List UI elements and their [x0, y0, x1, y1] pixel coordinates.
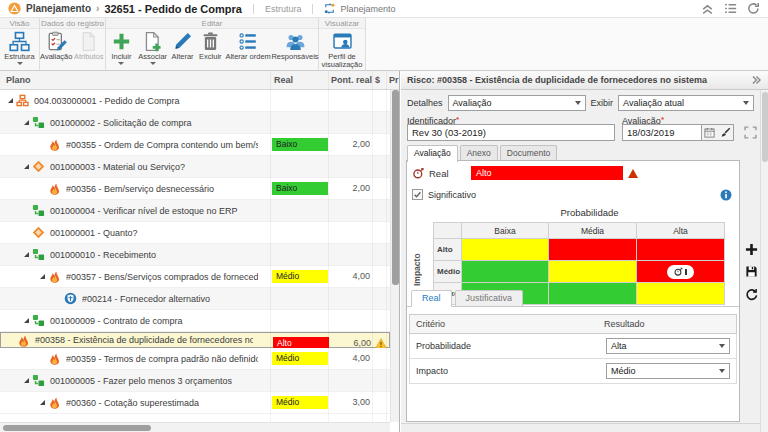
activity-icon — [32, 314, 45, 327]
responsaveis-button[interactable]: Responsáveis — [272, 29, 318, 70]
button-label: Responsáveis — [271, 53, 318, 61]
tree-header: Plano Real Pont. real $ Pr — [0, 71, 399, 90]
alterar-button[interactable]: Alterar — [169, 29, 197, 70]
tab-real[interactable]: Real — [411, 290, 452, 307]
pont-real-value: 4,00 — [326, 353, 370, 363]
matrix-cell[interactable] — [462, 261, 548, 282]
criterio-probabilidade: Probabilidade — [410, 341, 606, 351]
tree-row[interactable]: #00355 - Ordem de Compra contendo um bem… — [0, 134, 390, 156]
tree-row[interactable]: 001000003 - Material ou Serviço? — [0, 156, 390, 178]
identificador-input[interactable] — [407, 124, 615, 141]
refresh-icon[interactable] — [747, 2, 760, 15]
tree-vertical-scrollbar[interactable] — [390, 90, 399, 422]
column-dollar: $ — [375, 75, 380, 85]
resultado-header: Resultado — [604, 319, 736, 329]
risk-detail-panel: Risco: #00358 - Existência de duplicidad… — [401, 71, 768, 432]
tree-row[interactable]: #00360 - Cotação superestimada Médio 3,0… — [0, 392, 390, 414]
expand-toggle-icon[interactable] — [8, 98, 13, 103]
avaliacao-button[interactable]: Avaliação — [40, 29, 73, 70]
link-estrutura[interactable]: Estrutura — [265, 4, 302, 14]
criteria-table: Critério Resultado Probabilidade Alta Im… — [409, 314, 737, 384]
tree-row[interactable]: 001000004 - Verificar nível de estoque n… — [0, 200, 390, 222]
matrix-cell[interactable] — [549, 239, 636, 260]
expand-toggle-icon[interactable] — [40, 274, 45, 279]
alterar-ordem-button[interactable]: Alterar ordem — [224, 29, 272, 70]
scrollbar-thumb[interactable] — [762, 92, 768, 162]
control-icon — [64, 292, 77, 305]
tab-justificativa[interactable]: Justificativa — [455, 290, 524, 306]
expand-toggle-icon[interactable] — [24, 120, 29, 125]
tree-horizontal-scrollbar[interactable] — [0, 422, 390, 432]
matrix-cell[interactable] — [549, 261, 636, 282]
breadcrumb-module[interactable]: Planejamento — [26, 3, 91, 14]
panel-scrollbar[interactable] — [760, 90, 768, 432]
view-list-icon[interactable] — [724, 2, 737, 15]
tree-row[interactable]: 001000001 - Quanto? — [0, 222, 390, 244]
detalhes-select[interactable]: Avaliação — [448, 95, 586, 111]
matrix-cell-selected[interactable] — [637, 261, 724, 282]
scrollbar-thumb[interactable] — [392, 90, 399, 285]
matrix-cell[interactable] — [637, 239, 724, 260]
top-bar: Planejamento › 32651 - Pedido de Compra … — [0, 0, 768, 18]
save-icon[interactable] — [745, 265, 758, 278]
impacto-select[interactable]: Médio — [606, 363, 730, 379]
avaliacao-date-input[interactable] — [622, 124, 702, 141]
tree-item-label: 001000002 - Solicitação de compra — [50, 118, 192, 128]
exibir-select[interactable]: Avaliação atual — [618, 95, 754, 111]
chevron-down-icon — [575, 101, 581, 105]
chevron-down-icon — [118, 62, 124, 65]
significativo-checkbox[interactable] — [412, 189, 423, 200]
tree-row[interactable]: #00356 - Bem/serviço desnecessário Baixo… — [0, 178, 390, 200]
tree-row-selected[interactable]: #00358 - Existência de duplicidade de fo… — [0, 332, 390, 348]
expand-toggle-icon[interactable] — [24, 378, 29, 383]
chevron-down-icon — [743, 101, 749, 105]
tree-row[interactable]: #00359 - Termos de compra padrão não def… — [0, 348, 390, 370]
evaluation-icon — [46, 31, 67, 52]
criterio-impacto: Impacto — [410, 366, 606, 376]
order-list-icon — [238, 31, 259, 52]
matrix-cell[interactable] — [462, 239, 548, 260]
real-badge: Médio — [272, 270, 328, 283]
activity-icon — [32, 204, 45, 217]
tree-row[interactable]: 004.003000001 - Pedido de Compra — [0, 90, 390, 112]
estrutura-button[interactable]: Estrutura — [0, 29, 39, 70]
add-evaluation-icon[interactable] — [745, 243, 758, 256]
real-label: Real — [429, 168, 471, 179]
tree-row[interactable]: 001000009 - Contrato de compra — [0, 310, 390, 332]
panel-footer — [401, 423, 760, 432]
associar-button[interactable]: Associar — [137, 29, 169, 70]
collapse-all-icon[interactable] — [701, 2, 714, 15]
plan-tree-pane: Plano Real Pont. real $ Pr 004.003000001… — [0, 71, 400, 432]
tree-row[interactable]: 001000005 - Fazer pelo menos 3 orçamento… — [0, 370, 390, 392]
perfil-visualizacao-button[interactable]: Perfil de visualização — [319, 29, 365, 70]
tree-row[interactable]: #00357 - Bens/Serviços comprados de forn… — [0, 266, 390, 288]
expand-toggle-icon[interactable] — [24, 318, 29, 323]
maximize-icon[interactable] — [744, 126, 757, 139]
exibir-value: Avaliação atual — [623, 98, 684, 108]
scrollbar-thumb[interactable] — [3, 425, 151, 431]
sign-button[interactable] — [717, 124, 734, 141]
reload-icon[interactable] — [745, 288, 758, 301]
pont-real-value: 2,00 — [326, 183, 370, 193]
tree-item-label: #00360 - Cotação superestimada — [66, 398, 199, 408]
tree-row[interactable]: 001000010 - Recebimento — [0, 244, 390, 266]
excluir-button[interactable]: Excluir — [196, 29, 224, 70]
tree-row[interactable]: 001000002 - Solicitação de compra — [0, 112, 390, 134]
tab-documento[interactable]: Documento — [500, 145, 557, 161]
group-label: Visualizar — [319, 18, 365, 29]
calendar-button[interactable] — [701, 124, 718, 141]
tree-row[interactable]: #00214 - Fornecedor alternativo — [0, 288, 390, 310]
tab-anexo[interactable]: Anexo — [460, 145, 498, 161]
toolbar-group-editar: Editar Incluir Associar Alterar Excluir — [106, 18, 319, 70]
real-badge: Médio — [272, 396, 328, 409]
pont-real-value: 4,00 — [326, 271, 370, 281]
collapse-panel-icon[interactable] — [750, 74, 762, 86]
expand-toggle-icon[interactable] — [40, 400, 45, 405]
probabilidade-select[interactable]: Alta — [606, 338, 730, 354]
link-planejamento[interactable]: Planejamento — [340, 4, 395, 14]
tab-avaliacao[interactable]: Avaliação — [407, 145, 458, 162]
info-icon[interactable] — [720, 189, 732, 201]
expand-toggle-icon[interactable] — [24, 252, 29, 257]
expand-toggle-icon[interactable] — [24, 164, 29, 169]
incluir-button[interactable]: Incluir — [106, 29, 137, 70]
